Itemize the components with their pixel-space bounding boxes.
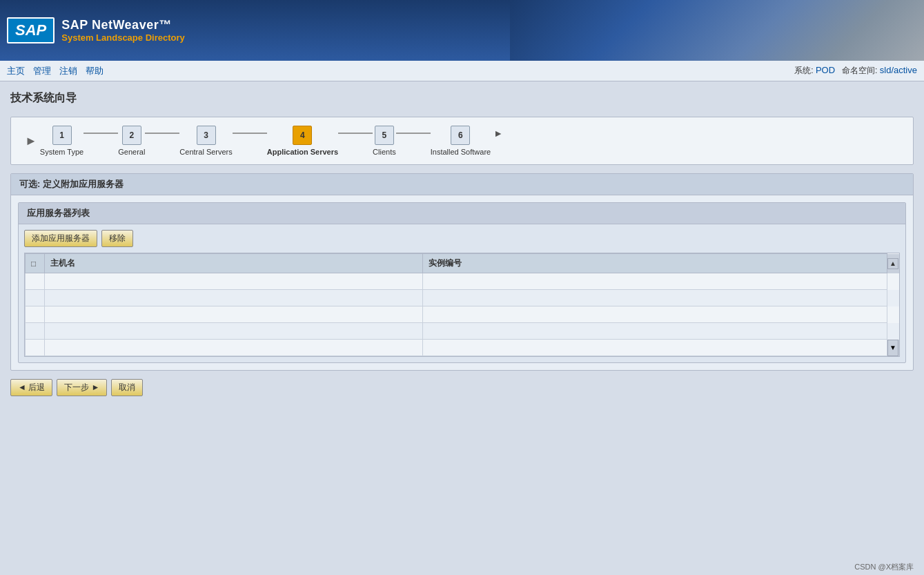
wizard-step-label-5: Clients (373, 148, 396, 156)
wizard-step-2: 2 General (118, 126, 145, 156)
section-body: 应用服务器列表 添加应用服务器 移除 (11, 195, 913, 370)
row-instance-cell (423, 340, 887, 356)
connector-3-4 (233, 133, 267, 149)
connector-line (233, 133, 267, 134)
row-instance-cell (423, 323, 887, 340)
wizard-step-5: 5 Clients (373, 126, 396, 156)
header-decorative-image (510, 0, 924, 61)
connector-4-5 (338, 133, 373, 149)
application-servers-table: □ 主机名 实例编号 ▲ (25, 253, 899, 356)
table-scroll-container: □ 主机名 实例编号 ▲ (25, 253, 899, 356)
wizard-step-label-4: Application Servers (267, 148, 338, 156)
col-instance-header: 实例编号 (423, 254, 887, 273)
connector-line (396, 133, 431, 134)
wizard-step-num-5[interactable]: 5 (375, 126, 394, 145)
wizard-step-1: 1 System Type (40, 126, 83, 156)
connector-line (338, 133, 373, 134)
row-hostname-cell (45, 290, 423, 306)
footer-text: CSDN @X档案库 (854, 563, 914, 571)
row-hostname-cell (45, 306, 423, 323)
footer: CSDN @X档案库 (0, 559, 924, 575)
row-instance-cell (423, 306, 887, 323)
topnav-links: 主页 管理 注销 帮助 (7, 65, 104, 77)
connector-line (83, 133, 118, 134)
wizard-step-label-3: Central Servers (179, 148, 232, 156)
header-title-sub: System Landscape Directory (61, 32, 184, 43)
col-hostname-header: 主机名 (45, 254, 423, 273)
scroll-up-button[interactable]: ▲ (887, 258, 898, 269)
row-instance-cell (423, 273, 887, 290)
table-row (26, 323, 899, 340)
table-toolbar: 添加应用服务器 移除 (24, 230, 900, 247)
top-navigation: 主页 管理 注销 帮助 系统: POD 命名空间: sld/active (0, 61, 924, 81)
namespace-value[interactable]: sld/active (880, 65, 917, 75)
system-info: 系统: POD 命名空间: sld/active (794, 65, 917, 77)
header: SAP SAP NetWeaver™ System Landscape Dire… (0, 0, 924, 61)
table-wrapper: □ 主机名 实例编号 ▲ (24, 253, 900, 357)
remove-button[interactable]: 移除 (101, 230, 133, 247)
next-button[interactable]: 下一步 ► (57, 379, 107, 396)
nav-logout[interactable]: 注销 (59, 65, 77, 77)
nav-home[interactable]: 主页 (7, 65, 25, 77)
header-title: SAP NetWeaver™ System Landscape Director… (61, 18, 184, 43)
connector-1-2 (83, 133, 118, 149)
header-title-main: SAP NetWeaver™ (61, 18, 184, 32)
wizard-step-num-1[interactable]: 1 (52, 126, 72, 145)
namespace-label: 命名空间: (842, 66, 877, 75)
wizard-step-4: 4 Application Servers (267, 126, 338, 156)
copy-icon: □ (31, 259, 36, 269)
add-application-server-button[interactable]: 添加应用服务器 (24, 230, 97, 247)
nav-help[interactable]: 帮助 (86, 65, 104, 77)
row-icon-cell (26, 290, 45, 306)
table-row (26, 290, 899, 306)
table-row (26, 273, 899, 290)
row-icon-cell (26, 306, 45, 323)
row-hostname-cell (45, 273, 423, 290)
system-value[interactable]: POD (816, 65, 835, 75)
table-row: ▼ (26, 340, 899, 356)
system-label: 系统: (794, 66, 813, 75)
scroll-top-btn-area: ▲ (887, 254, 899, 273)
scroll-down-button[interactable]: ▼ (887, 340, 898, 356)
col-icon-header: □ (26, 254, 45, 273)
wizard-steps: ► 1 System Type 2 General 3 Central Serv… (25, 126, 899, 156)
nav-admin[interactable]: 管理 (33, 65, 51, 77)
sap-logo: SAP (7, 17, 55, 43)
wizard-step-label-1: System Type (40, 148, 83, 156)
wizard-step-label-6: Installed Software (431, 148, 491, 156)
connector-5-6 (396, 133, 431, 149)
connector-line (145, 133, 179, 134)
subsection: 应用服务器列表 添加应用服务器 移除 (18, 202, 906, 363)
wizard-step-num-6[interactable]: 6 (451, 126, 470, 145)
logo-area: SAP SAP NetWeaver™ System Landscape Dire… (7, 17, 185, 43)
wizard-step-3: 3 Central Servers (179, 126, 232, 156)
row-instance-cell (423, 290, 887, 306)
row-icon-cell (26, 323, 45, 340)
wizard-step-num-4[interactable]: 4 (293, 126, 312, 145)
main-content: 技术系统向导 ► 1 System Type 2 General 3 (0, 81, 924, 403)
wizard-end-arrow: ► (493, 128, 503, 154)
section-header: 可选: 定义附加应用服务器 (11, 174, 913, 195)
wizard-step-label-2: General (118, 148, 145, 156)
subsection-header: 应用服务器列表 (19, 203, 905, 224)
row-icon-cell (26, 340, 45, 356)
wizard-container: ► 1 System Type 2 General 3 Central Serv… (10, 117, 914, 165)
wizard-step-num-2[interactable]: 2 (122, 126, 141, 145)
wizard-step-num-3[interactable]: 3 (197, 126, 216, 145)
wizard-step-6: 6 Installed Software (431, 126, 491, 156)
wizard-start-arrow: ► (25, 134, 37, 148)
row-hostname-cell (45, 340, 423, 356)
bottom-navigation: ◄ 后退 下一步 ► 取消 (10, 379, 914, 396)
back-button[interactable]: ◄ 后退 (10, 379, 52, 396)
subsection-body: 添加应用服务器 移除 □ (19, 224, 905, 362)
page-title: 技术系统向导 (10, 88, 914, 108)
section-panel: 可选: 定义附加应用服务器 应用服务器列表 添加应用服务器 移除 (10, 173, 914, 371)
row-hostname-cell (45, 323, 423, 340)
connector-2-3 (145, 133, 179, 149)
cancel-button[interactable]: 取消 (111, 379, 143, 396)
table-row (26, 306, 899, 323)
row-icon-cell (26, 273, 45, 290)
